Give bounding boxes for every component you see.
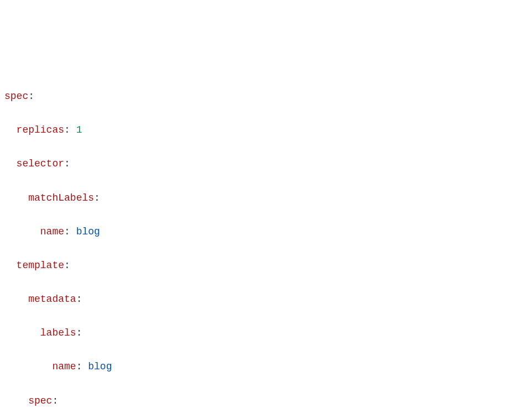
yaml-number: 1 — [76, 124, 82, 135]
yaml-key: labels — [40, 327, 76, 338]
yaml-key: replicas — [17, 124, 64, 135]
yaml-key: spec — [4, 91, 28, 102]
code-line: name: blog — [4, 358, 528, 375]
yaml-code-block: spec: replicas: 1 selector: matchLabels:… — [4, 71, 528, 408]
yaml-key: metadata — [28, 294, 76, 305]
code-line: replicas: 1 — [4, 122, 528, 139]
yaml-key: selector — [17, 158, 64, 169]
code-line: labels: — [4, 325, 528, 342]
code-line: metadata: — [4, 291, 528, 308]
code-line: spec: — [4, 393, 528, 408]
code-line: name: blog — [4, 223, 528, 240]
yaml-key: matchLabels — [28, 192, 94, 203]
yaml-value: blog — [76, 226, 100, 237]
yaml-key: spec — [28, 395, 52, 406]
code-line: matchLabels: — [4, 190, 528, 207]
yaml-value: blog — [88, 361, 112, 372]
yaml-key: template — [17, 260, 64, 271]
yaml-key: name — [52, 361, 76, 372]
yaml-key: name — [40, 226, 64, 237]
code-line: template: — [4, 257, 528, 274]
code-line: spec: — [4, 88, 528, 105]
code-line: selector: — [4, 155, 528, 172]
